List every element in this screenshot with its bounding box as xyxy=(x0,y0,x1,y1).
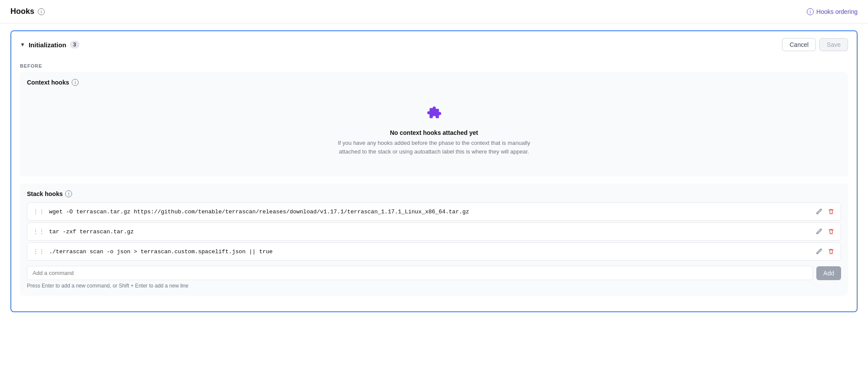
cancel-button[interactable]: Cancel xyxy=(782,38,816,51)
edit-button[interactable] xyxy=(815,207,823,216)
main-content: ▼ Initialization 3 Cancel Save BEFORE Co… xyxy=(0,23,868,319)
hooks-ordering-label: Hooks ordering xyxy=(816,8,858,15)
drag-handle[interactable]: ⋮⋮ xyxy=(33,208,45,215)
section-badge: 3 xyxy=(70,41,80,49)
row-actions xyxy=(815,207,835,216)
header-info-icon[interactable]: i xyxy=(38,8,45,15)
page-header: Hooks i i Hooks ordering xyxy=(0,0,868,23)
delete-button[interactable] xyxy=(827,247,835,256)
save-button[interactable]: Save xyxy=(819,38,848,51)
section-header-right: Cancel Save xyxy=(782,38,848,51)
stack-hooks-header: Stack hooks i xyxy=(27,190,841,197)
command-text: tar -zxf terrascan.tar.gz xyxy=(49,229,815,235)
page-title: Hooks xyxy=(10,7,34,16)
stack-hooks-title: Stack hooks xyxy=(27,190,63,197)
delete-button[interactable] xyxy=(827,227,835,236)
collapse-icon[interactable]: ▼ xyxy=(20,42,25,48)
section-header-left: ▼ Initialization 3 xyxy=(20,41,79,49)
command-list: ⋮⋮ wget -O terrascan.tar.gz https://gith… xyxy=(27,203,841,261)
hooks-ordering-link[interactable]: i Hooks ordering xyxy=(807,8,858,15)
command-text: wget -O terrascan.tar.gz https://github.… xyxy=(49,209,815,215)
edit-button[interactable] xyxy=(815,247,823,256)
command-text: ./terrascan scan -o json > terrascan.cus… xyxy=(49,248,815,255)
add-button[interactable]: Add xyxy=(816,266,841,280)
command-row: ⋮⋮ ./terrascan scan -o json > terrascan.… xyxy=(27,242,841,261)
stack-hooks-section: Stack hooks i ⋮⋮ wget -O terrascan.tar.g… xyxy=(20,183,848,296)
edit-button[interactable] xyxy=(815,227,823,236)
section-title: Initialization xyxy=(29,41,66,49)
drag-handle[interactable]: ⋮⋮ xyxy=(33,248,45,255)
context-hooks-section: Context hooks i No context hooks attache… xyxy=(20,72,848,176)
command-row: ⋮⋮ tar -zxf terrascan.tar.gz xyxy=(27,222,841,241)
header-left: Hooks i xyxy=(10,7,45,16)
context-hooks-empty-description: If you have any hooks added before the p… xyxy=(330,139,538,156)
drag-handle[interactable]: ⋮⋮ xyxy=(33,228,45,235)
add-command-row: Add xyxy=(27,266,841,280)
add-hint: Press Enter to add a new command, or Shi… xyxy=(27,283,841,289)
hooks-ordering-info-icon: i xyxy=(807,8,814,15)
context-hooks-empty-title: No context hooks attached yet xyxy=(390,129,478,136)
row-actions xyxy=(815,247,835,256)
context-hooks-info-icon[interactable]: i xyxy=(72,79,79,86)
context-hooks-title: Context hooks xyxy=(27,79,69,86)
section-body: BEFORE Context hooks i No context hooks … xyxy=(11,58,857,311)
phase-label: BEFORE xyxy=(20,58,848,72)
add-command-input[interactable] xyxy=(27,266,813,280)
delete-button[interactable] xyxy=(827,207,835,216)
command-row: ⋮⋮ wget -O terrascan.tar.gz https://gith… xyxy=(27,203,841,221)
stack-hooks-info-icon[interactable]: i xyxy=(65,190,72,197)
section-card: ▼ Initialization 3 Cancel Save BEFORE Co… xyxy=(10,30,858,312)
row-actions xyxy=(815,227,835,236)
context-hooks-header: Context hooks i xyxy=(27,79,841,86)
context-hooks-empty-state: No context hooks attached yet If you hav… xyxy=(27,91,841,170)
section-header: ▼ Initialization 3 Cancel Save xyxy=(11,31,857,58)
puzzle-icon xyxy=(426,105,442,124)
